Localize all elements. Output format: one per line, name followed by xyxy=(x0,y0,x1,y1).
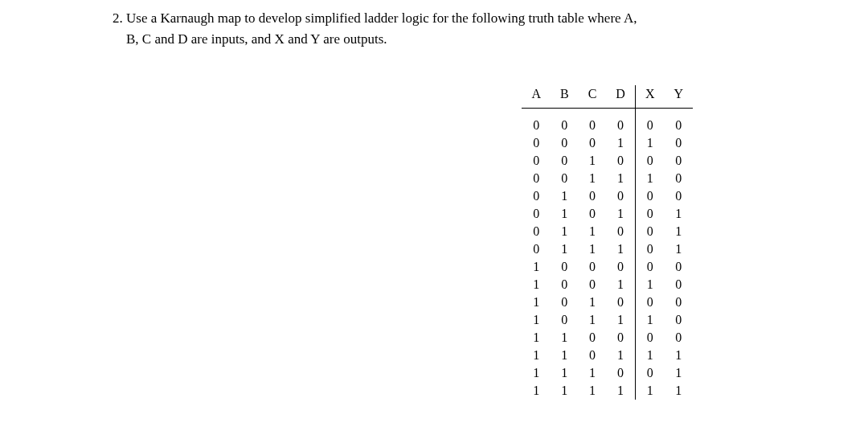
table-row: 000110 xyxy=(522,134,693,152)
table-cell: 0 xyxy=(635,152,664,170)
table-cell: 1 xyxy=(551,347,579,364)
table-cell: 1 xyxy=(522,382,551,400)
table-row: 001000 xyxy=(522,152,693,170)
table-row: 100110 xyxy=(522,276,693,293)
table-cell: 1 xyxy=(579,311,607,329)
table-cell: 1 xyxy=(579,382,607,400)
table-row: 010101 xyxy=(522,205,693,223)
table-cell: 0 xyxy=(551,134,579,152)
table-cell: 1 xyxy=(606,311,635,329)
table-cell: 0 xyxy=(522,152,551,170)
truth-table-body: 0000000001100010000011100100000101010110… xyxy=(522,109,693,400)
table-cell: 0 xyxy=(551,276,579,293)
table-cell: 0 xyxy=(579,187,607,205)
table-cell: 0 xyxy=(635,258,664,276)
table-cell: 1 xyxy=(664,382,693,400)
table-cell: 1 xyxy=(522,276,551,293)
table-cell: 0 xyxy=(522,223,551,240)
table-cell: 0 xyxy=(635,109,664,135)
table-cell: 1 xyxy=(551,187,579,205)
table-cell: 0 xyxy=(635,364,664,382)
table-cell: 1 xyxy=(606,134,635,152)
table-cell: 1 xyxy=(606,382,635,400)
table-cell: 0 xyxy=(664,293,693,311)
question-line2: B, C and D are inputs, and X and Y are o… xyxy=(126,31,387,47)
table-cell: 0 xyxy=(664,311,693,329)
table-cell: 1 xyxy=(664,364,693,382)
header-y: Y xyxy=(664,85,693,109)
table-row: 010000 xyxy=(522,187,693,205)
table-cell: 0 xyxy=(522,240,551,258)
table-cell: 0 xyxy=(522,205,551,223)
table-cell: 0 xyxy=(551,170,579,187)
header-b: B xyxy=(551,85,579,109)
table-cell: 0 xyxy=(606,109,635,135)
table-cell: 1 xyxy=(606,205,635,223)
table-row: 111001 xyxy=(522,364,693,382)
question-number: 2. xyxy=(113,10,123,26)
table-cell: 0 xyxy=(579,347,607,364)
table-row: 001110 xyxy=(522,170,693,187)
table-cell: 1 xyxy=(664,223,693,240)
table-row: 110000 xyxy=(522,329,693,347)
header-d: D xyxy=(606,85,635,109)
table-cell: 0 xyxy=(606,223,635,240)
table-cell: 0 xyxy=(606,364,635,382)
table-cell: 0 xyxy=(551,109,579,135)
table-cell: 1 xyxy=(522,347,551,364)
question-text: 2. Use a Karnaugh map to develop simplif… xyxy=(113,8,804,49)
header-x: X xyxy=(635,85,664,109)
table-row: 011101 xyxy=(522,240,693,258)
table-cell: 0 xyxy=(551,258,579,276)
question-line1: Use a Karnaugh map to develop simplified… xyxy=(126,10,637,26)
table-cell: 1 xyxy=(635,276,664,293)
table-cell: 1 xyxy=(579,240,607,258)
table-cell: 0 xyxy=(635,329,664,347)
table-cell: 0 xyxy=(522,134,551,152)
table-cell: 0 xyxy=(664,109,693,135)
table-cell: 1 xyxy=(635,347,664,364)
table-cell: 0 xyxy=(579,109,607,135)
table-cell: 0 xyxy=(551,293,579,311)
header-a: A xyxy=(522,85,551,109)
table-row: 111111 xyxy=(522,382,693,400)
table-cell: 1 xyxy=(579,152,607,170)
table-cell: 1 xyxy=(579,293,607,311)
table-cell: 1 xyxy=(664,240,693,258)
table-cell: 1 xyxy=(522,258,551,276)
table-cell: 0 xyxy=(606,152,635,170)
table-row: 100000 xyxy=(522,258,693,276)
table-cell: 1 xyxy=(606,170,635,187)
table-cell: 0 xyxy=(664,152,693,170)
header-c: C xyxy=(579,85,607,109)
table-cell: 1 xyxy=(551,205,579,223)
table-cell: 1 xyxy=(635,134,664,152)
table-cell: 0 xyxy=(664,187,693,205)
table-cell: 0 xyxy=(522,170,551,187)
table-cell: 1 xyxy=(551,223,579,240)
table-cell: 0 xyxy=(606,258,635,276)
table-cell: 0 xyxy=(606,329,635,347)
table-cell: 1 xyxy=(606,240,635,258)
table-row: 000000 xyxy=(522,109,693,135)
table-cell: 1 xyxy=(606,347,635,364)
table-cell: 0 xyxy=(579,134,607,152)
table-cell: 1 xyxy=(635,311,664,329)
table-cell: 1 xyxy=(551,240,579,258)
table-cell: 1 xyxy=(551,364,579,382)
table-cell: 0 xyxy=(664,170,693,187)
table-cell: 0 xyxy=(664,329,693,347)
table-cell: 1 xyxy=(664,205,693,223)
table-cell: 1 xyxy=(635,382,664,400)
table-cell: 0 xyxy=(551,152,579,170)
table-cell: 0 xyxy=(522,187,551,205)
table-row: 110111 xyxy=(522,347,693,364)
table-cell: 1 xyxy=(606,276,635,293)
table-row: 011001 xyxy=(522,223,693,240)
table-cell: 0 xyxy=(664,276,693,293)
table-cell: 0 xyxy=(579,205,607,223)
table-cell: 0 xyxy=(635,240,664,258)
truth-table: A B C D X Y 0000000001100010000011100100… xyxy=(522,85,693,400)
table-cell: 0 xyxy=(579,276,607,293)
table-cell: 1 xyxy=(579,223,607,240)
